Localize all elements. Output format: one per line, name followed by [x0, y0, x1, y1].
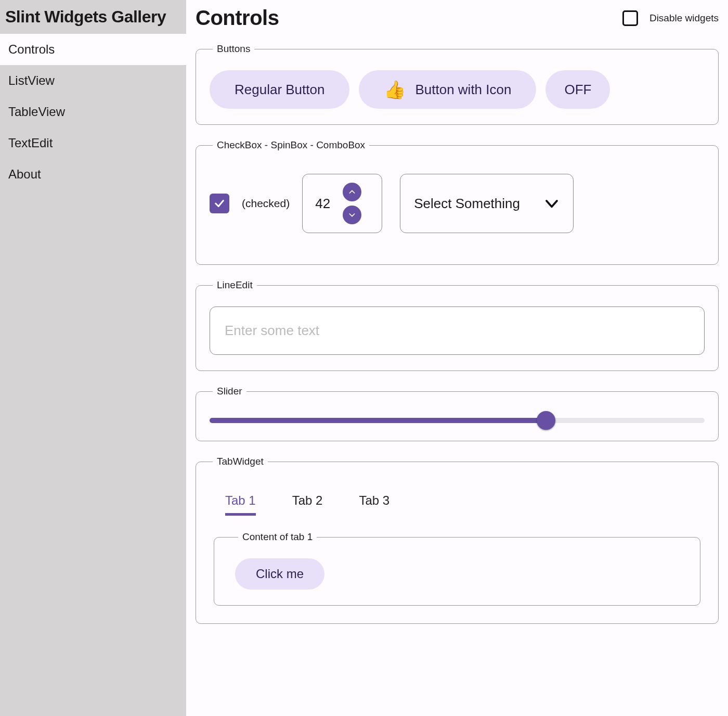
line-edit-input[interactable]	[210, 306, 705, 355]
sidebar-item-tableview[interactable]: TableView	[0, 96, 186, 127]
thumbs-up-icon: 👍	[384, 81, 406, 98]
sidebar-item-about[interactable]: About	[0, 159, 186, 190]
tabs-bar: Tab 1 Tab 2 Tab 3	[210, 485, 705, 516]
slider-fill	[210, 418, 546, 423]
sidebar-item-label: TextEdit	[8, 136, 53, 150]
header: Controls Disable widgets	[196, 0, 719, 34]
regular-button[interactable]: Regular Button	[210, 70, 349, 109]
button-label: Button with Icon	[415, 82, 511, 98]
button-label: Regular Button	[235, 82, 324, 98]
main-panel: Controls Disable widgets Buttons Regular…	[186, 0, 728, 716]
group-check-spin-combo-legend: CheckBox - SpinBox - ComboBox	[213, 139, 369, 151]
slider-thumb[interactable]	[537, 411, 555, 430]
tab-label: Tab 2	[292, 493, 323, 507]
sidebar-item-label: Controls	[8, 42, 55, 56]
combobox-label: Select Something	[414, 196, 520, 212]
tab-2[interactable]: Tab 2	[292, 488, 323, 516]
tab-3[interactable]: Tab 3	[359, 488, 389, 516]
spinbox[interactable]: 42	[302, 174, 382, 233]
sidebar-item-label: About	[8, 167, 41, 181]
sidebar-item-label: TableView	[8, 105, 65, 119]
group-buttons: Buttons Regular Button 👍 Button with Ico…	[196, 43, 719, 125]
tab-1[interactable]: Tab 1	[225, 488, 256, 516]
disable-widgets-label: Disable widgets	[649, 12, 719, 24]
icon-button[interactable]: 👍 Button with Icon	[359, 70, 536, 109]
group-buttons-legend: Buttons	[213, 43, 254, 55]
tab-label: Tab 1	[225, 493, 256, 507]
sidebar-item-label: ListView	[8, 73, 55, 87]
check-icon	[214, 198, 225, 209]
spinbox-down-button[interactable]	[343, 206, 361, 224]
combobox[interactable]: Select Something	[400, 174, 574, 233]
tab-content: Content of tab 1 Click me	[214, 531, 700, 606]
button-label: Click me	[256, 567, 304, 581]
checkbox[interactable]	[210, 194, 229, 213]
spinbox-up-button[interactable]	[343, 183, 361, 201]
sidebar-title: Slint Widgets Gallery	[0, 0, 186, 34]
group-slider-legend: Slider	[213, 386, 246, 397]
sidebar-item-controls[interactable]: Controls	[0, 34, 186, 65]
group-lineedit: LineEdit	[196, 279, 719, 371]
group-slider: Slider	[196, 386, 719, 441]
sidebar-item-textedit[interactable]: TextEdit	[0, 127, 186, 159]
sidebar: Slint Widgets Gallery Controls ListView …	[0, 0, 186, 716]
tab-label: Tab 3	[359, 493, 389, 507]
group-tabwidget: TabWidget Tab 1 Tab 2 Tab 3 Content of t…	[196, 456, 719, 624]
button-label: OFF	[564, 82, 591, 98]
checkbox-label: (checked)	[242, 197, 290, 210]
group-check-spin-combo: CheckBox - SpinBox - ComboBox (checked) …	[196, 139, 719, 265]
tab-content-legend: Content of tab 1	[238, 531, 317, 543]
chevron-up-icon	[348, 188, 356, 196]
slider[interactable]	[210, 413, 705, 423]
toggle-button[interactable]: OFF	[545, 70, 610, 109]
disable-widgets-checkbox[interactable]	[622, 10, 638, 26]
click-me-button[interactable]: Click me	[235, 558, 324, 590]
page-title: Controls	[196, 6, 279, 30]
sidebar-item-listview[interactable]: ListView	[0, 65, 186, 96]
chevron-down-icon	[348, 211, 356, 219]
chevron-down-icon	[544, 196, 560, 211]
group-tabwidget-legend: TabWidget	[213, 456, 268, 467]
group-lineedit-legend: LineEdit	[213, 279, 257, 291]
slider-track	[210, 418, 705, 423]
disable-widgets-group: Disable widgets	[622, 10, 719, 26]
spinbox-value: 42	[310, 196, 330, 212]
